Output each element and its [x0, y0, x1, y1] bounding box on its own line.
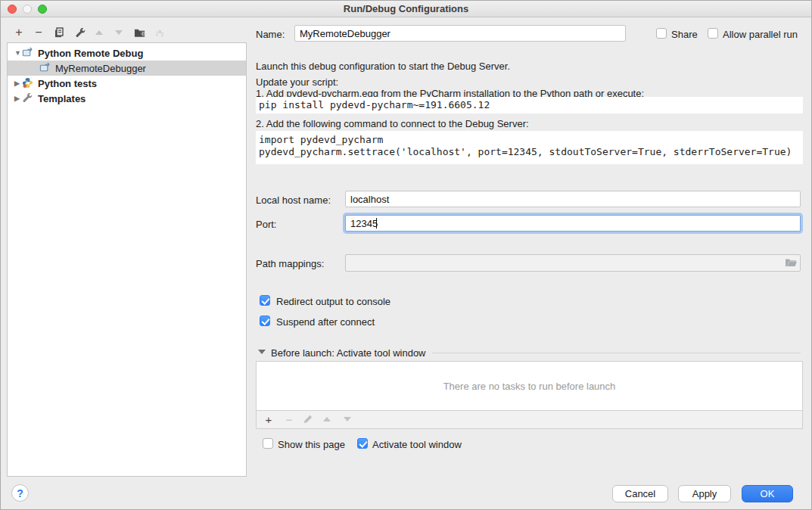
redirect-output-label: Redirect output to console [276, 296, 390, 307]
tree-item-label: MyRemoteDebugger [55, 63, 146, 74]
redirect-output-checkbox[interactable] [260, 295, 270, 306]
share-checkbox[interactable] [656, 28, 667, 39]
activate-tool-window-label: Activate tool window [372, 439, 462, 450]
browse-folder-icon[interactable] [785, 257, 797, 268]
tree-item-myremotedebugger[interactable]: MyRemoteDebugger [8, 61, 246, 76]
add-task-button[interactable]: + [263, 413, 275, 425]
allow-parallel-run-checkbox[interactable] [708, 28, 718, 39]
tree-item-python-tests[interactable]: ▶ Python tests [8, 76, 246, 91]
chevron-collapsed-icon[interactable]: ▶ [14, 79, 22, 87]
local-host-name-label: Local host name: [256, 194, 331, 206]
text-caret [376, 218, 377, 229]
activate-tool-window-checkbox[interactable] [357, 438, 368, 449]
move-task-up-icon [321, 413, 333, 425]
cancel-button[interactable]: Cancel [612, 485, 668, 502]
step-2-text: 2. Add the following command to connect … [256, 118, 529, 129]
name-input[interactable] [294, 25, 626, 42]
configurations-tree: ▼ Python Remote Debug MyRemoteDebugger ▶… [7, 42, 247, 477]
port-label: Port: [256, 219, 276, 230]
share-checkbox-label: Share [671, 29, 698, 40]
settrace-code-line-1: import pydevd_pycharm [259, 134, 383, 145]
show-this-page-checkbox[interactable] [263, 438, 273, 449]
show-this-page-label: Show this page [278, 439, 345, 450]
tree-item-templates[interactable]: ▶ Templates [8, 91, 246, 106]
allow-parallel-run-label: Allow parallel run [723, 29, 798, 40]
remove-task-button: − [283, 413, 295, 425]
tree-item-python-remote-debug[interactable]: ▼ Python Remote Debug [8, 45, 246, 61]
before-launch-collapse-icon[interactable] [258, 350, 266, 354]
move-task-down-icon [341, 413, 353, 425]
apply-button[interactable]: Apply [678, 485, 731, 502]
port-input[interactable] [345, 215, 801, 232]
window-title: Run/Debug Configurations [1, 3, 811, 14]
create-folder-icon[interactable] [132, 26, 146, 39]
chevron-expanded-icon[interactable]: ▼ [14, 49, 22, 57]
settrace-code-line-2: pydevd_pycharm.settrace('localhost', por… [259, 146, 792, 157]
suspend-after-connect-checkbox[interactable] [260, 316, 270, 326]
name-label: Name: [256, 29, 285, 40]
no-tasks-message: There are no tasks to run before launch [443, 381, 616, 392]
chevron-collapsed-icon[interactable]: ▶ [14, 95, 22, 102]
help-button[interactable]: ? [11, 484, 29, 502]
path-mappings-input[interactable] [345, 254, 801, 272]
path-mappings-label: Path mappings: [256, 258, 324, 269]
run-debug-configurations-dialog: Run/Debug Configurations + − ↓ᵃ₂ ▼ Pytho… [0, 0, 812, 510]
remove-configuration-button[interactable]: − [32, 26, 45, 39]
remote-debug-config-icon [22, 47, 34, 59]
remote-debug-config-icon [39, 62, 51, 74]
before-launch-separator [432, 353, 801, 353]
add-configuration-button[interactable]: + [12, 26, 26, 39]
move-up-icon [92, 26, 106, 39]
suspend-after-connect-label: Suspend after connect [276, 316, 375, 328]
settrace-code: import pydevd_pycharm pydevd_pycharm.set… [256, 131, 803, 164]
copy-configuration-icon[interactable] [52, 26, 66, 39]
description-line-1: Launch this debug configuration to start… [256, 61, 510, 72]
tree-item-label: Python tests [38, 78, 97, 89]
local-host-name-input[interactable] [345, 191, 801, 207]
before-launch-title: Before launch: Activate tool window [271, 347, 426, 359]
sort-alphabetically-icon: ↓ᵃ₂ [152, 26, 166, 39]
edit-defaults-wrench-icon[interactable] [73, 26, 87, 39]
move-down-icon [112, 26, 126, 39]
tree-item-label: Templates [38, 93, 86, 104]
edit-task-pencil-icon [302, 413, 314, 425]
before-launch-task-list[interactable]: There are no tasks to run before launch [256, 361, 803, 411]
pip-install-code: pip install pydevd-pycharm~=191.6605.12 [256, 97, 803, 114]
python-tests-icon [22, 77, 34, 89]
tree-item-label: Python Remote Debug [38, 48, 143, 59]
templates-wrench-icon [22, 92, 34, 104]
ok-button[interactable]: OK [742, 485, 793, 502]
task-list-toolbar: + − [256, 411, 803, 429]
title-bar: Run/Debug Configurations [1, 1, 811, 17]
